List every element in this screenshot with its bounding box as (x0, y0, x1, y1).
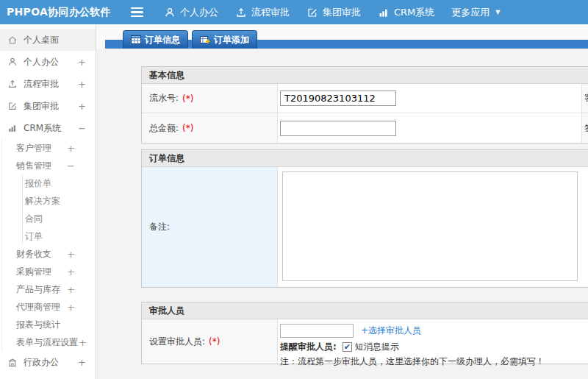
sidebar-item-group-approval[interactable]: 集团审批 + (0, 95, 96, 117)
edit-icon (7, 101, 18, 111)
choose-approver-link[interactable]: +选择审批人员 (361, 325, 421, 337)
sidebar-item-agent-management[interactable]: 代理商管理 + (2, 298, 96, 316)
topbar: PHPOA协同办公软件 个人办公 流程审批 集团审批 CRM系统 更多应用 ▼ (0, 0, 588, 24)
remark-label-cell: 备注: (142, 167, 278, 287)
sidebar-item-label: 代理商管理 (16, 301, 60, 314)
section-title: 审批人员 (142, 302, 588, 319)
hamburger-menu-icon[interactable] (131, 7, 143, 17)
nav-group-approval[interactable]: 集团审批 (306, 6, 361, 19)
upload-icon (235, 7, 247, 18)
sidebar-item-label: 报价单 (25, 177, 51, 190)
tab-order-info[interactable]: 订单信息 (123, 30, 188, 49)
expand-marker: + (67, 284, 75, 295)
nav-workflow-approval[interactable]: 流程审批 (235, 6, 290, 19)
expand-marker: + (67, 143, 75, 154)
remark-field-cell (278, 167, 588, 287)
section-title: 基本信息 (142, 67, 588, 84)
nav-crm-system[interactable]: CRM系统 (378, 6, 434, 19)
clipped-right-label: 客 (582, 84, 588, 113)
sidebar-item-label: 个人办公 (24, 56, 59, 68)
tab-label: 订单信息 (145, 34, 180, 46)
person-icon (7, 57, 18, 67)
clipped-right-label: 签 (582, 113, 588, 143)
sidebar-item-label: 流程审批 (24, 78, 59, 91)
sidebar-item-product-inventory[interactable]: 产品与库存 + (2, 280, 96, 298)
total-amount-input[interactable] (280, 121, 396, 136)
serial-field-cell (278, 84, 582, 113)
nav-label: 流程审批 (251, 6, 290, 19)
table-add-icon (200, 35, 210, 44)
form-row-serial: 流水号: (*) 客 (142, 84, 588, 113)
sidebar-item-label: 财务收支 (16, 248, 51, 261)
sidebar-item-workflow-approval[interactable]: 流程审批 + (0, 73, 96, 95)
sidebar-item-label: 解决方案 (25, 195, 60, 208)
approver-label-cell: 设置审批人员: (*) (142, 319, 278, 364)
edit-icon (306, 7, 318, 18)
sms-label: 短消息提示 (355, 341, 399, 353)
expand-marker: + (78, 57, 86, 68)
sidebar-item-quotation[interactable]: 报价单 (23, 174, 96, 192)
sidebar-item-crm-system[interactable]: CRM系统 − (0, 117, 96, 139)
sidebar-item-personal-office[interactable]: 个人办公 + (0, 51, 96, 73)
sidebar-item-form-workflow-settings[interactable]: 表单与流程设置 + (2, 333, 96, 351)
sidebar-item-purchase-management[interactable]: 采购管理 + (2, 263, 96, 280)
sidebar-item-admin-office[interactable]: 行政办公 + (0, 351, 96, 373)
chart-icon (7, 123, 18, 133)
sidebar-item-contract[interactable]: 合同 (23, 210, 96, 227)
expand-marker: − (67, 160, 75, 171)
nav-personal-office[interactable]: 个人办公 (164, 6, 218, 19)
sms-checkbox[interactable]: ✔ (343, 342, 352, 352)
sidebar-item-solution[interactable]: 解决方案 (23, 192, 96, 210)
sidebar-item-label: 订单 (25, 230, 43, 243)
remind-approver-label: 提醒审批人员: (280, 341, 337, 353)
field-label: 流水号: (149, 92, 179, 105)
sidebar-item-label: 产品与库存 (16, 283, 60, 296)
tab-bar: 订单信息 订单添加 (96, 24, 588, 49)
serial-number-input[interactable] (280, 91, 396, 106)
checkmark-icon: ✔ (344, 343, 351, 351)
sidebar-item-label: 个人桌面 (24, 34, 59, 46)
expand-marker: + (67, 249, 75, 260)
approver-input[interactable] (280, 324, 354, 338)
expand-marker: + (67, 302, 75, 313)
nav-more-apps[interactable]: 更多应用 ▼ (451, 6, 500, 19)
expand-marker: + (78, 79, 86, 90)
sidebar-item-label: 行政办公 (24, 356, 59, 369)
field-label: 设置审批人员: (149, 336, 205, 348)
field-label: 备注: (149, 221, 170, 233)
sidebar-item-finance[interactable]: 财务收支 + (2, 245, 96, 263)
nav-label: CRM系统 (394, 6, 434, 19)
required-marker: (*) (209, 336, 220, 347)
sidebar: 个人桌面 个人办公 + 流程审批 + 集团审批 + CRM系统 − (0, 24, 96, 379)
sidebar-item-sales-management[interactable]: 销售管理 − (2, 157, 96, 174)
sidebar-item-personal-desktop[interactable]: 个人桌面 (0, 29, 96, 51)
topbar-nav: 个人办公 流程审批 集团审批 CRM系统 更多应用 ▼ (164, 6, 517, 19)
form-row-remark: 备注: (142, 167, 588, 287)
chart-icon (378, 7, 390, 18)
nav-label: 集团审批 (323, 6, 361, 19)
sidebar-item-label: 销售管理 (16, 160, 51, 172)
app-logo: PHPOA协同办公软件 (0, 6, 131, 19)
tab-order-add[interactable]: 订单添加 (192, 30, 257, 49)
upload-icon (7, 79, 18, 89)
main-area: 订单信息 订单添加 基本信息 流水号: (*) (96, 24, 588, 379)
caret-down-icon: ▼ (495, 9, 500, 15)
sales-submenu: 报价单 解决方案 合同 订单 (22, 174, 96, 245)
sidebar-item-label: 集团审批 (24, 100, 59, 113)
sidebar-item-order[interactable]: 订单 (23, 227, 96, 245)
sidebar-item-label: 采购管理 (16, 266, 51, 278)
section-basic-info: 基本信息 流水号: (*) 客 总金额: (141, 66, 588, 144)
remark-textarea[interactable] (282, 171, 578, 281)
section-approvers: 审批人员 设置审批人员: (*) +选择审批人员 提醒审 (141, 302, 588, 364)
form-content: 基本信息 流水号: (*) 客 总金额: (96, 49, 588, 379)
building-icon (7, 357, 18, 367)
sidebar-item-label: 表单与流程设置 (16, 336, 78, 349)
sidebar-item-reports-statistics[interactable]: 报表与统计 (2, 316, 96, 333)
form-row-total-amount: 总金额: (*) 签 (142, 113, 588, 143)
sidebar-item-label: 合同 (25, 213, 43, 225)
total-amount-label-cell: 总金额: (*) (142, 113, 278, 143)
sidebar-item-customer-management[interactable]: 客户管理 + (2, 139, 96, 157)
crm-submenu: 客户管理 + 销售管理 − 报价单 解决方案 合同 (1, 139, 96, 351)
required-marker: (*) (182, 93, 193, 104)
section-title: 订单信息 (142, 150, 588, 167)
